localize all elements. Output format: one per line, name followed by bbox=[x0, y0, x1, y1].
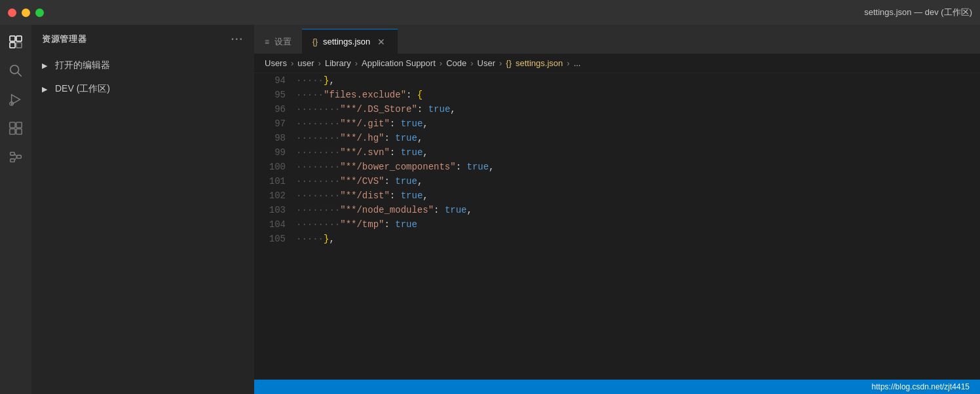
line-num-104: 104 bbox=[254, 217, 286, 232]
line-num-97: 97 bbox=[254, 116, 286, 131]
minimize-button[interactable] bbox=[22, 9, 30, 17]
sidebar-more-button[interactable]: ··· bbox=[231, 33, 244, 45]
breadcrumb: Users › user › Library › Application Sup… bbox=[254, 54, 980, 73]
svg-rect-8 bbox=[10, 122, 15, 128]
svg-rect-0 bbox=[10, 36, 15, 41]
close-button[interactable] bbox=[8, 9, 16, 17]
chevron-right-icon-2: ▶ bbox=[42, 85, 51, 94]
code-line-99: ········"**/.svn": true, bbox=[296, 145, 980, 160]
activity-extensions[interactable] bbox=[4, 116, 28, 140]
svg-rect-9 bbox=[16, 122, 22, 128]
code-line-105: ·····}, bbox=[296, 232, 980, 246]
svg-line-16 bbox=[14, 157, 17, 161]
tab-settings-json[interactable]: {} settings.json ✕ bbox=[302, 29, 398, 54]
line-num-101: 101 bbox=[254, 174, 286, 188]
titlebar: settings.json — dev (工作区) bbox=[0, 0, 980, 25]
breadcrumb-sep-1: › bbox=[291, 58, 293, 68]
breadcrumb-json-icon: {} bbox=[506, 58, 512, 68]
breadcrumb-user2[interactable]: User bbox=[478, 58, 495, 68]
code-editor[interactable]: 94 95 96 97 98 99 100 101 102 103 104 10… bbox=[254, 73, 980, 380]
breadcrumb-sep-6: › bbox=[499, 58, 502, 68]
svg-rect-12 bbox=[10, 152, 14, 156]
code-content: ·····}, ·····"files.exclude": { ········… bbox=[291, 73, 980, 380]
line-num-99: 99 bbox=[254, 145, 286, 160]
breadcrumb-appsupport[interactable]: Application Support bbox=[362, 58, 436, 68]
activity-run-debug[interactable] bbox=[4, 88, 28, 111]
sidebar-item-dev-workspace[interactable]: ▶ DEV (工作区) bbox=[31, 77, 254, 101]
activity-bar bbox=[0, 25, 31, 394]
sidebar-title: 资源管理器 bbox=[42, 33, 86, 45]
code-line-96: ········"**/.DS_Store": true, bbox=[296, 102, 980, 116]
svg-line-15 bbox=[14, 154, 17, 157]
code-line-97: ········"**/.git": true, bbox=[296, 116, 980, 131]
breadcrumb-code[interactable]: Code bbox=[446, 58, 466, 68]
chevron-right-icon: ▶ bbox=[42, 62, 51, 70]
breadcrumb-library[interactable]: Library bbox=[325, 58, 351, 68]
editor-area: ≡ 设置 {} settings.json ✕ Users › user › L… bbox=[254, 25, 980, 394]
maximize-button[interactable] bbox=[35, 9, 44, 17]
code-line-98: ········"**/.hg": true, bbox=[296, 131, 980, 145]
svg-line-5 bbox=[18, 73, 21, 76]
traffic-lights bbox=[8, 9, 44, 17]
breadcrumb-user[interactable]: user bbox=[297, 58, 314, 68]
line-num-98: 98 bbox=[254, 131, 286, 145]
activity-remote[interactable] bbox=[4, 145, 28, 169]
tab-label-json: settings.json bbox=[323, 37, 370, 46]
code-line-104: ········"**/tmp": true bbox=[296, 217, 980, 232]
sidebar-item-open-editors[interactable]: ▶ 打开的编辑器 bbox=[31, 54, 254, 77]
code-line-103: ········"**/node_modules": true, bbox=[296, 203, 980, 217]
sidebar-header: 资源管理器 ··· bbox=[31, 25, 254, 54]
tab-label-settings: 设置 bbox=[274, 36, 292, 48]
line-num-100: 100 bbox=[254, 160, 286, 174]
settings-tab-icon: ≡ bbox=[265, 37, 269, 46]
sidebar-item-label: 打开的编辑器 bbox=[55, 60, 110, 71]
svg-rect-3 bbox=[16, 43, 22, 48]
activity-search[interactable] bbox=[4, 59, 28, 82]
line-num-96: 96 bbox=[254, 102, 286, 116]
breadcrumb-users[interactable]: Users bbox=[265, 58, 287, 68]
line-num-105: 105 bbox=[254, 232, 286, 246]
breadcrumb-sep-4: › bbox=[440, 58, 442, 68]
svg-rect-2 bbox=[10, 43, 15, 48]
activity-explorer[interactable] bbox=[4, 30, 28, 54]
svg-rect-10 bbox=[10, 129, 15, 134]
breadcrumb-sep-7: › bbox=[567, 58, 569, 68]
line-num-94: 94 bbox=[254, 73, 286, 88]
code-line-100: ········"**/bower_components": true, bbox=[296, 160, 980, 174]
code-line-102: ········"**/dist": true, bbox=[296, 188, 980, 203]
code-line-95: ·····"files.exclude": { bbox=[296, 88, 980, 102]
svg-rect-13 bbox=[10, 159, 14, 162]
line-num-102: 102 bbox=[254, 188, 286, 203]
main-container: 资源管理器 ··· ▶ 打开的编辑器 ▶ DEV (工作区) ≡ 设置 {} s… bbox=[0, 25, 980, 394]
sidebar-item-label-2: DEV (工作区) bbox=[55, 83, 110, 95]
breadcrumb-sep-2: › bbox=[318, 58, 321, 68]
sidebar: 资源管理器 ··· ▶ 打开的编辑器 ▶ DEV (工作区) bbox=[31, 25, 254, 394]
tab-settings[interactable]: ≡ 设置 bbox=[254, 29, 302, 54]
breadcrumb-sep-3: › bbox=[355, 58, 358, 68]
line-numbers: 94 95 96 97 98 99 100 101 102 103 104 10… bbox=[254, 73, 291, 380]
line-num-103: 103 bbox=[254, 203, 286, 217]
breadcrumb-sep-5: › bbox=[470, 58, 473, 68]
json-tab-icon: {} bbox=[312, 37, 318, 46]
breadcrumb-ellipsis[interactable]: ... bbox=[574, 58, 581, 68]
svg-rect-14 bbox=[17, 155, 21, 158]
line-num-95: 95 bbox=[254, 88, 286, 102]
svg-rect-11 bbox=[16, 129, 22, 134]
tabs-bar: ≡ 设置 {} settings.json ✕ bbox=[254, 25, 980, 54]
window-title: settings.json — dev (工作区) bbox=[864, 7, 972, 18]
code-line-101: ········"**/CVS": true, bbox=[296, 174, 980, 188]
breadcrumb-settings-json[interactable]: settings.json bbox=[516, 58, 563, 68]
code-line-94: ·····}, bbox=[296, 73, 980, 88]
tab-close-button[interactable]: ✕ bbox=[375, 36, 387, 48]
status-bar: https://blog.csdn.net/zjt4415 bbox=[254, 380, 980, 394]
svg-rect-1 bbox=[16, 36, 22, 41]
status-text: https://blog.csdn.net/zjt4415 bbox=[872, 382, 970, 391]
